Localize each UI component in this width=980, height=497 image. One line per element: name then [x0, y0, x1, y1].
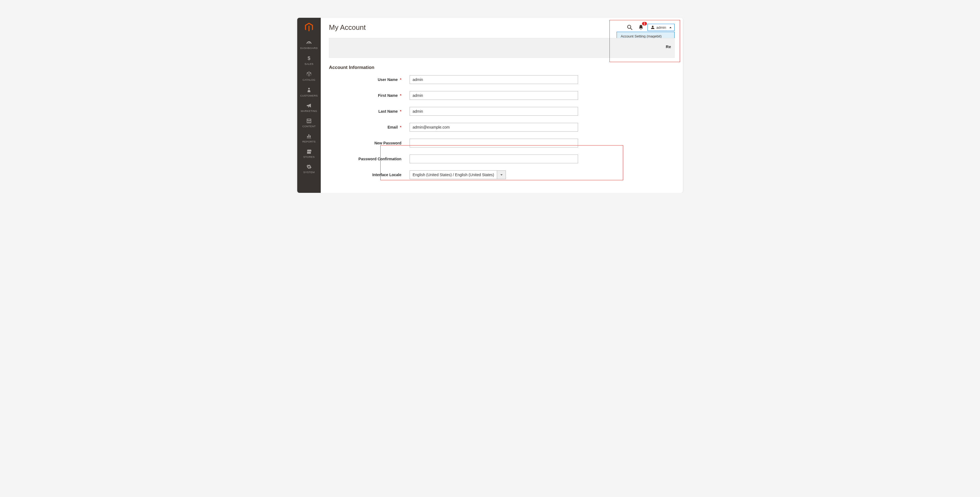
- required-star: *: [400, 109, 401, 113]
- input-email[interactable]: [410, 123, 578, 132]
- bar-chart-icon: [307, 134, 312, 139]
- row-username: User Name*: [329, 75, 675, 84]
- nav-label: DASHBOARD: [300, 46, 318, 49]
- app-frame: DASHBOARD $ SALES CATALOG CUSTOMERS MARK…: [297, 18, 683, 193]
- nav-sales[interactable]: $ SALES: [297, 53, 321, 68]
- required-star: *: [400, 93, 401, 98]
- nav-label: SYSTEM: [303, 171, 315, 174]
- nav-catalog[interactable]: CATALOG: [297, 68, 321, 84]
- magento-logo-icon: [305, 23, 313, 33]
- row-lastname: Last Name*: [329, 107, 675, 116]
- megaphone-icon: [306, 103, 312, 108]
- nav-content[interactable]: CONTENT: [297, 116, 321, 131]
- section-title: Account Information: [321, 63, 683, 75]
- select-interface-locale[interactable]: [410, 170, 497, 179]
- nav-label: CATALOG: [303, 78, 315, 81]
- nav-marketing[interactable]: MARKETING: [297, 100, 321, 116]
- row-interface-locale: Interface Locale: [329, 170, 675, 179]
- gauge-icon: [306, 41, 312, 45]
- row-password-confirmation: Password Confirmation: [329, 155, 675, 163]
- label-firstname: First Name*: [329, 93, 410, 98]
- nav-label: SALES: [305, 62, 313, 65]
- page-header: My Account 1 admin Account Setting (mage…: [321, 18, 683, 38]
- box-icon: [306, 72, 312, 77]
- notifications-button[interactable]: 1: [636, 23, 645, 32]
- actions-bar: Re: [329, 38, 675, 58]
- label-lastname: Last Name*: [329, 109, 410, 113]
- nav-label: REPORTS: [302, 140, 316, 143]
- svg-line-2: [630, 28, 632, 30]
- row-email: Email*: [329, 123, 675, 132]
- nav-reports[interactable]: REPORTS: [297, 131, 321, 147]
- user-icon: [651, 25, 655, 30]
- header-tools: 1 admin Account Setting (magebit) Custom…: [625, 23, 675, 32]
- nav-label: MARKETING: [301, 110, 317, 112]
- admin-username: admin: [657, 25, 666, 30]
- input-firstname[interactable]: [410, 91, 578, 100]
- admin-menu-toggle[interactable]: admin Account Setting (magebit) Customer…: [648, 24, 675, 31]
- caret-up-icon: [670, 27, 671, 28]
- nav-label: STORES: [303, 155, 315, 158]
- svg-point-1: [628, 25, 631, 29]
- label-interface-locale: Interface Locale: [329, 173, 410, 177]
- nav-system[interactable]: SYSTEM: [297, 162, 321, 177]
- nav-label: CONTENT: [302, 125, 316, 128]
- label-new-password: New Password: [329, 141, 410, 145]
- notification-badge: 1: [642, 22, 647, 25]
- svg-text:$: $: [308, 56, 310, 61]
- actions-bar-partial-text: Re: [666, 44, 671, 49]
- label-email: Email*: [329, 125, 410, 129]
- nav-label: CUSTOMERS: [300, 94, 318, 97]
- main-content: My Account 1 admin Account Setting (mage…: [321, 18, 683, 179]
- required-star: *: [400, 125, 401, 129]
- input-lastname[interactable]: [410, 107, 578, 116]
- nav-customers[interactable]: CUSTOMERS: [297, 84, 321, 100]
- input-username[interactable]: [410, 75, 578, 84]
- input-password-confirmation[interactable]: [410, 155, 578, 163]
- search-button[interactable]: [625, 23, 635, 32]
- admin-sidebar: DASHBOARD $ SALES CATALOG CUSTOMERS MARK…: [297, 18, 321, 193]
- select-wrap: [410, 170, 506, 179]
- storefront-icon: [306, 149, 312, 154]
- label-username: User Name*: [329, 77, 410, 82]
- nav-dashboard[interactable]: DASHBOARD: [297, 38, 321, 53]
- person-icon: [307, 87, 311, 93]
- dollar-icon: $: [307, 56, 311, 61]
- layout-icon: [307, 118, 312, 123]
- page-title: My Account: [329, 23, 366, 32]
- search-icon: [627, 24, 633, 30]
- select-caret-button[interactable]: [497, 170, 506, 179]
- gear-icon: [307, 164, 312, 169]
- row-new-password: New Password: [329, 139, 675, 147]
- required-star: *: [400, 77, 401, 82]
- input-new-password[interactable]: [410, 139, 578, 147]
- row-firstname: First Name*: [329, 91, 675, 100]
- label-password-confirmation: Password Confirmation: [329, 157, 410, 161]
- nav-stores[interactable]: STORES: [297, 147, 321, 162]
